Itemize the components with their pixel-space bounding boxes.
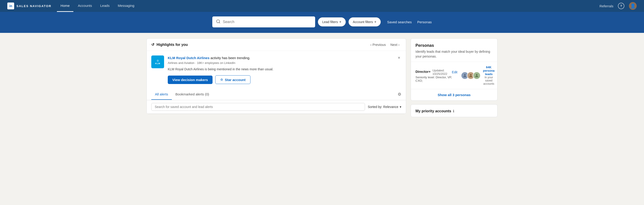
brand-name: SALES NAVIGATOR — [16, 4, 52, 8]
persona-avatars: 64K persona leads In your saved accounts — [461, 65, 494, 85]
tab-bookmarked-alerts[interactable]: Bookmarked alerts (0) — [172, 89, 213, 100]
persona-name: Director+ — [416, 70, 430, 73]
sort-dropdown[interactable]: Sorted by: Relevance ▾ — [368, 105, 401, 109]
search-section: Lead filters + Account filters + Saved s… — [0, 12, 644, 33]
highlight-meta: Airlines and Aviation · 18K+ employees o… — [168, 61, 401, 65]
highlights-header: ↺ Highlights for you ‹ Previous Next › — [147, 39, 406, 51]
svg-point-3 — [470, 74, 472, 76]
right-panel: Personas Identify leads that match your … — [411, 38, 498, 121]
persona-item: Director+ Updated: 10/25/2022 Edit Senio… — [411, 62, 497, 89]
avatar-stack — [461, 72, 480, 79]
personas-description: Identify leads that match your ideal buy… — [416, 49, 493, 59]
alerts-search-bar: Sorted by: Relevance ▾ — [147, 100, 406, 114]
main-content: ↺ Highlights for you ‹ Previous Next › × — [139, 33, 505, 126]
nav-links: Home Accounts Leads Messaging — [57, 0, 138, 12]
nav-accounts[interactable]: Accounts — [74, 0, 96, 12]
highlights-nav: ‹ Previous Next › — [368, 42, 401, 47]
left-panel: ↺ Highlights for you ‹ Previous Next › × — [146, 38, 406, 121]
search-input[interactable] — [223, 20, 312, 24]
persona-edit-link[interactable]: Edit — [452, 70, 457, 74]
next-button[interactable]: Next › — [388, 42, 401, 47]
svg-point-4 — [476, 74, 478, 76]
refresh-icon: ↺ — [151, 42, 154, 47]
personas-header: Personas Identify leads that match your … — [411, 39, 497, 62]
highlight-actions: View decision makers ☆ Star account — [168, 75, 401, 84]
persona-leads-count[interactable]: 64K persona leads — [483, 65, 494, 76]
nav-leads[interactable]: Leads — [97, 0, 113, 12]
nav-messaging[interactable]: Messaging — [114, 0, 138, 12]
alerts-settings-icon[interactable]: ⚙ — [398, 89, 401, 100]
avatar[interactable]: 👤 — [629, 2, 637, 10]
show-all-personas-button[interactable]: Show all 3 personas — [411, 89, 497, 100]
search-icon — [216, 19, 220, 25]
persona-updated: Updated: 10/25/2022 — [432, 69, 447, 76]
navbar: in SALES NAVIGATOR Home Accounts Leads M… — [0, 0, 644, 12]
highlights-card: ↺ Highlights for you ‹ Previous Next › × — [146, 38, 406, 114]
company-link[interactable]: KLM Royal Dutch Airlines — [168, 56, 210, 60]
brand-logo[interactable]: in SALES NAVIGATOR — [7, 2, 52, 9]
lead-filters-button[interactable]: Lead filters + — [318, 17, 346, 26]
info-icon[interactable]: ℹ — [453, 109, 454, 113]
saved-searches-link[interactable]: Saved searches — [387, 20, 412, 24]
persona-avatar-3 — [473, 72, 480, 79]
sort-down-icon: ▾ — [400, 105, 401, 109]
chevron-right-icon: › — [398, 43, 400, 47]
help-icon[interactable]: ? — [618, 3, 624, 9]
svg-line-1 — [219, 22, 220, 23]
tab-all-alerts[interactable]: All alerts — [151, 89, 172, 100]
search-links: Saved searches Personas — [387, 20, 432, 24]
persona-leads-sub: In your saved accounts — [483, 76, 494, 85]
view-decision-makers-button[interactable]: View decision makers — [168, 76, 212, 84]
priority-accounts-card: My priority accounts ℹ — [411, 104, 498, 117]
linkedin-icon: in — [7, 2, 14, 9]
search-container — [212, 16, 315, 27]
highlight-item: × ♔ KLM KLM Royal Dutch Airlines activit… — [147, 51, 406, 89]
persona-seniority: Seniority level: Director, VP, CXO; — [416, 76, 457, 82]
alerts-search-input[interactable] — [151, 103, 365, 111]
close-button[interactable]: × — [396, 55, 402, 61]
svg-point-2 — [464, 74, 466, 76]
nav-home[interactable]: Home — [57, 0, 73, 12]
highlight-description: KLM Royal Dutch Airlines is being mentio… — [168, 67, 401, 72]
persona-leads: 64K persona leads In your saved accounts — [483, 65, 494, 85]
company-logo: ♔ KLM — [151, 55, 164, 68]
nav-right: Referrals ? 👤 — [600, 2, 637, 10]
personas-card: Personas Identify leads that match your … — [411, 38, 498, 101]
previous-button[interactable]: ‹ Previous — [368, 42, 388, 47]
highlights-title: ↺ Highlights for you — [151, 42, 188, 47]
priority-accounts-title: My priority accounts — [416, 109, 451, 113]
account-filters-button[interactable]: Account filters + — [348, 17, 381, 26]
priority-accounts-header: My priority accounts ℹ — [411, 105, 497, 117]
star-icon: ☆ — [220, 78, 223, 82]
chevron-left-icon: ‹ — [370, 43, 372, 47]
referrals-link[interactable]: Referrals — [600, 4, 614, 8]
alerts-tabs: All alerts Bookmarked alerts (0) ⚙ — [147, 89, 406, 100]
personas-title: Personas — [416, 43, 493, 48]
personas-link[interactable]: Personas — [417, 20, 432, 24]
persona-info: Director+ Updated: 10/25/2022 Edit Senio… — [416, 69, 457, 82]
star-account-button[interactable]: ☆ Star account — [215, 75, 250, 84]
highlight-headline: KLM Royal Dutch Airlines activity has be… — [168, 55, 401, 60]
